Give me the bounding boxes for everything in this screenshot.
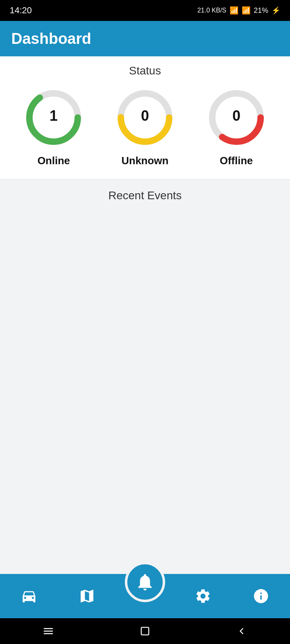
bell-icon <box>135 572 155 592</box>
online-donut-chart: 1 <box>21 85 86 150</box>
offline-status-item[interactable]: 0 Offline <box>204 85 269 167</box>
page-title: Dashboard <box>11 30 91 47</box>
nav-notifications-fab[interactable] <box>125 562 165 602</box>
wifi-icon: 📶 <box>230 6 238 15</box>
svg-rect-9 <box>141 627 149 635</box>
online-status-item[interactable]: 1 Online <box>21 85 86 167</box>
home-button[interactable] <box>137 623 153 639</box>
nav-settings[interactable] <box>183 580 223 612</box>
map-icon <box>79 588 95 605</box>
svg-text:0: 0 <box>232 107 240 124</box>
car-icon <box>21 588 37 605</box>
svg-text:0: 0 <box>141 107 149 124</box>
main-content: Status 1 Online <box>0 56 290 574</box>
nav-map[interactable] <box>67 580 107 612</box>
header: Dashboard <box>0 21 290 56</box>
signal-icon: 📶 <box>242 6 251 15</box>
battery-text: 21% <box>254 6 268 15</box>
unknown-donut-chart: 0 <box>113 85 177 150</box>
status-section-title: Status <box>8 64 282 77</box>
network-speed: 21.0 KB/S <box>197 7 226 14</box>
status-bar: 14:20 21.0 KB/S 📶 📶 21% ⚡ <box>0 0 290 21</box>
online-label: Online <box>37 155 70 167</box>
back-button[interactable] <box>234 623 250 639</box>
bottom-nav <box>0 574 290 618</box>
nav-vehicles[interactable] <box>9 580 49 612</box>
recent-events-title: Recent Events <box>8 189 282 202</box>
status-section: Status 1 Online <box>0 56 290 180</box>
menu-button[interactable] <box>40 623 56 639</box>
svg-text:1: 1 <box>50 107 58 124</box>
unknown-status-item[interactable]: 0 Unknown <box>113 85 177 167</box>
clock: 14:20 <box>10 5 32 16</box>
offline-donut-chart: 0 <box>204 85 269 150</box>
status-bar-icons: 21.0 KB/S 📶 📶 21% ⚡ <box>197 6 280 15</box>
info-icon <box>253 588 269 605</box>
unknown-label: Unknown <box>121 155 168 167</box>
recent-events-section: Recent Events <box>0 180 290 212</box>
settings-icon <box>195 588 211 605</box>
nav-info[interactable] <box>241 580 281 612</box>
system-nav-bar <box>0 618 290 644</box>
battery-icon: ⚡ <box>271 6 280 15</box>
status-circles: 1 Online 0 Unknown <box>8 85 282 167</box>
offline-label: Offline <box>220 155 253 167</box>
